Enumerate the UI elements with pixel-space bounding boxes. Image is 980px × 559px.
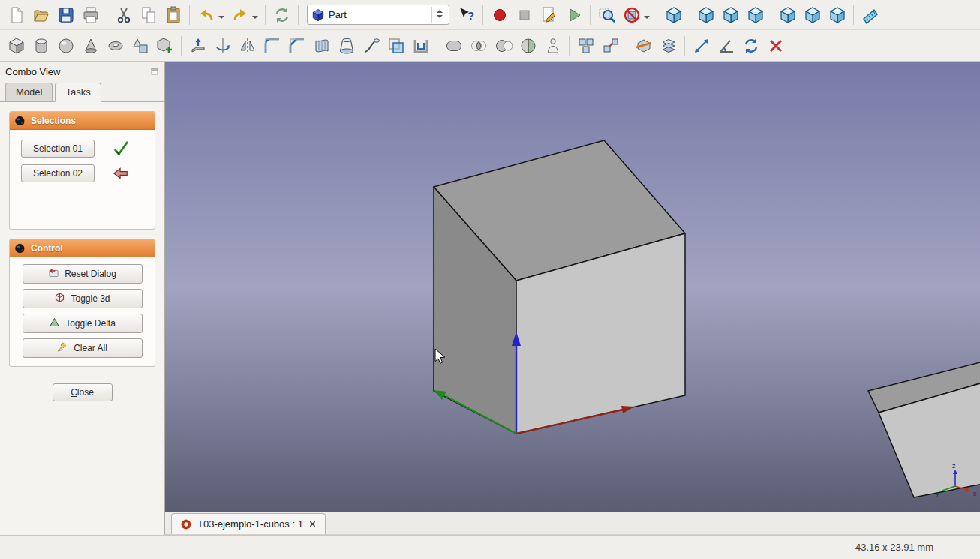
boolean-cut-button[interactable]	[491, 33, 516, 58]
tasks-panel: Selections Selection 01 Selection 02	[0, 102, 164, 535]
print-document-button[interactable]	[78, 2, 103, 27]
macro-stop-button[interactable]	[512, 2, 537, 27]
fit-all-button[interactable]	[594, 2, 619, 27]
view-bottom-button[interactable]	[800, 2, 825, 27]
explode-compound-button[interactable]	[598, 33, 623, 58]
freecad-document-icon	[180, 518, 192, 530]
offset-button[interactable]	[383, 33, 408, 58]
axis-x-label: x	[973, 490, 977, 497]
torus-icon	[107, 37, 125, 55]
tab-tasks[interactable]: Tasks	[55, 83, 101, 102]
cone-button[interactable]	[78, 33, 103, 58]
workbench-selector[interactable]: Part	[307, 5, 449, 25]
section-button[interactable]	[631, 33, 656, 58]
copy-button[interactable]	[136, 2, 161, 27]
measure-refresh-button[interactable]	[738, 33, 763, 58]
open-document-icon	[32, 6, 50, 24]
viewport-3d[interactable]: z x y	[165, 62, 980, 512]
macro-play-button[interactable]	[561, 2, 586, 27]
torus-button[interactable]	[103, 33, 128, 58]
measure-angular-button[interactable]	[714, 33, 738, 58]
combo-view-tabs: Model Tasks	[0, 81, 164, 102]
fillet-button[interactable]	[260, 33, 284, 58]
redo-dropdown-arrow[interactable]	[252, 16, 258, 22]
measure-clear-button[interactable]	[763, 33, 788, 58]
open-document-button[interactable]	[29, 2, 53, 27]
sweep-button[interactable]	[359, 33, 383, 58]
toggle-3d-button[interactable]: Toggle 3d	[23, 289, 143, 308]
view-rear-button[interactable]	[775, 2, 800, 27]
cross-sections-button[interactable]	[656, 33, 681, 58]
freecad-window: Part? Combo View Model Tasks Selections …	[0, 0, 980, 559]
view-right-button[interactable]	[743, 2, 768, 27]
boolean-button[interactable]	[516, 33, 540, 58]
refresh-button[interactable]	[269, 2, 294, 27]
chamfer-button[interactable]	[284, 33, 309, 58]
cylinder-icon	[32, 37, 50, 55]
compound-button[interactable]	[573, 33, 598, 58]
workbench-selector-spinner[interactable]	[431, 7, 445, 23]
save-document-icon	[57, 6, 75, 24]
view-left-button[interactable]	[825, 2, 849, 27]
boolean-union-button[interactable]	[441, 33, 466, 58]
clear-all-button[interactable]: Clear All	[23, 338, 143, 358]
selection-02-button[interactable]: Selection 02	[21, 164, 95, 182]
close-button[interactable]: Close	[53, 383, 113, 401]
mirror-button[interactable]	[235, 33, 260, 58]
toolbar-separator	[107, 5, 107, 25]
undo-button[interactable]	[194, 2, 218, 27]
panel-float-icon[interactable]	[150, 67, 159, 76]
macro-edit-icon	[540, 6, 558, 24]
cut-icon	[115, 6, 133, 24]
document-tab-bar: T03-ejemplo-1-cubos : 1	[165, 512, 980, 535]
toolbar-separator	[684, 36, 685, 56]
toggle-delta-icon	[49, 317, 60, 330]
x-axis-arrowhead	[621, 406, 634, 413]
part-toolbar	[0, 30, 980, 62]
chamfer-icon	[288, 37, 306, 55]
toolbar-separator	[265, 5, 266, 25]
whats-this-button[interactable]: ?	[454, 2, 479, 27]
primitives-button[interactable]	[128, 33, 152, 58]
toggle-3d-icon	[54, 292, 65, 305]
selection-01-button[interactable]: Selection 01	[21, 140, 95, 158]
combo-view-titlebar: Combo View	[0, 62, 164, 81]
box-button[interactable]	[4, 33, 29, 58]
draw-style-dropdown-arrow[interactable]	[644, 16, 650, 22]
paste-button[interactable]	[161, 2, 185, 27]
save-document-button[interactable]	[53, 2, 78, 27]
view-top-button[interactable]	[718, 2, 743, 27]
shape-builder-button[interactable]	[152, 33, 177, 58]
measure-refresh-icon	[742, 37, 760, 55]
measure-distance-button[interactable]	[858, 2, 882, 27]
draw-style-button[interactable]	[619, 2, 644, 27]
fillet-icon	[263, 37, 281, 55]
document-tab[interactable]: T03-ejemplo-1-cubos : 1	[171, 513, 326, 534]
cut-button[interactable]	[111, 2, 136, 27]
task-watcher-icon	[14, 115, 26, 127]
boolean-common-button[interactable]	[466, 33, 491, 58]
view-right-icon	[747, 6, 765, 24]
cylinder-button[interactable]	[29, 33, 53, 58]
measure-linear-button[interactable]	[689, 33, 714, 58]
macro-record-button[interactable]	[487, 2, 512, 27]
check-geometry-button[interactable]	[540, 33, 565, 58]
macro-edit-button[interactable]	[537, 2, 561, 27]
macro-play-icon	[565, 6, 583, 24]
toggle-delta-button[interactable]: Toggle Delta	[23, 314, 143, 333]
sphere-button[interactable]	[53, 33, 78, 58]
view-isometric-button[interactable]	[661, 2, 686, 27]
extrude-button[interactable]	[185, 33, 210, 58]
ruled-surface-button[interactable]	[309, 33, 334, 58]
thickness-button[interactable]	[408, 33, 433, 58]
loft-button[interactable]	[334, 33, 359, 58]
document-tab-close-icon[interactable]	[308, 520, 317, 528]
redo-button[interactable]	[227, 2, 252, 27]
revolve-button[interactable]	[210, 33, 235, 58]
undo-dropdown-arrow[interactable]	[218, 16, 224, 22]
view-front-button[interactable]	[693, 2, 718, 27]
combo-view-title: Combo View	[5, 66, 60, 77]
reset-dialog-button[interactable]: Reset Dialog	[23, 264, 143, 284]
new-document-button[interactable]	[4, 2, 29, 27]
tab-model[interactable]: Model	[5, 83, 53, 101]
